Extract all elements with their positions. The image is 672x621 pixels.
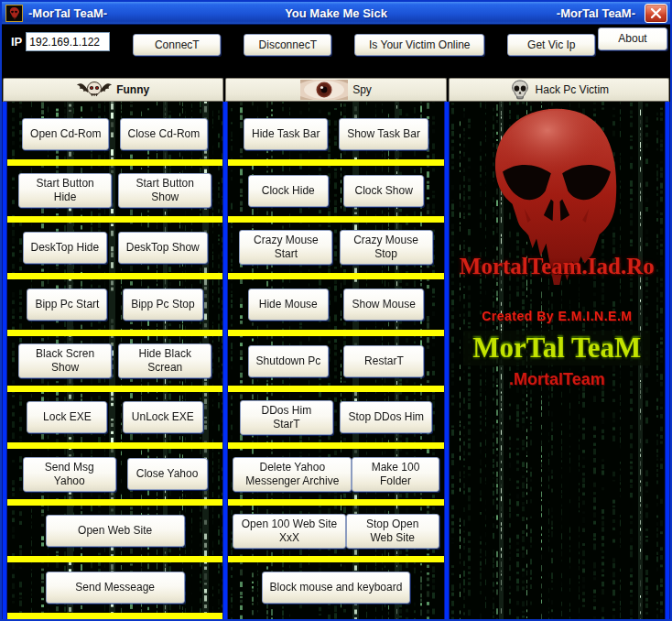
tab-hack-label: Hack Pc Victim (536, 83, 609, 96)
subtitle-text: .MortalTeam (509, 370, 605, 389)
get-vic-ip-button[interactable]: Get Vic Ip (507, 34, 595, 56)
site-text: MortalTeam.Iad.Ro (460, 254, 655, 279)
hide-task-bar-button[interactable]: Hide Task Bar (244, 118, 328, 150)
tab-spy-label: Spy (352, 83, 372, 96)
crazy-mouse-start-button[interactable]: Crazy Mouse Start (239, 230, 332, 265)
spy-row-9: Block mouse and keyboard (228, 562, 443, 613)
title-right: -MorTal TeaM- (557, 6, 635, 20)
funny-row-2: Start Button HideStart Button Show (7, 166, 222, 216)
desktop-show-button[interactable]: DeskTop Show (118, 232, 208, 264)
show-task-bar-button[interactable]: Show Task Bar (339, 118, 428, 150)
hide-mouse-button[interactable]: Hide Mouse (248, 289, 329, 321)
funny-row-5: Black Scren ShowHide Black Screan (7, 336, 222, 387)
ddos-him-start-button[interactable]: DDos Him StarT (240, 400, 333, 435)
app-skull-icon (5, 5, 23, 22)
hide-black-screan-button[interactable]: Hide Black Screan (118, 343, 211, 378)
restart-button[interactable]: RestarT (343, 345, 424, 377)
funny-row-3: DeskTop HideDeskTop Show (7, 223, 222, 273)
yellow-separator (228, 442, 443, 449)
funny-row-7: Send Msg YahooClose Yahoo (7, 449, 222, 499)
spy-row-7: Delete Yahoo Messenger ArchiveMake 100 F… (228, 449, 443, 499)
open-cd-rom-button[interactable]: Open Cd-Rom (22, 118, 109, 150)
spy-row-3: Crazy Mouse StartCrazy Mouse Stop (228, 223, 443, 273)
yellow-separator (228, 273, 443, 279)
yellow-separator (7, 613, 222, 619)
tab-spy[interactable]: Spy (225, 78, 446, 102)
winged-skull-icon (77, 80, 112, 100)
clock-hide-button[interactable]: Clock Hide (248, 175, 329, 207)
start-button-show-button[interactable]: Start Button Show (118, 173, 211, 208)
clock-show-button[interactable]: Clock Show (343, 175, 424, 207)
tab-funny-label: Funny (116, 83, 149, 96)
tab-hack[interactable]: Hack Pc Victim (449, 78, 669, 102)
bipp-pc-stop-button[interactable]: Bipp Pc Stop (123, 289, 203, 321)
yellow-separator (228, 216, 443, 223)
spy-row-4: Hide MouseShow Mouse (228, 279, 443, 330)
close-cd-rom-button[interactable]: Close Cd-Rom (120, 118, 209, 150)
yellow-separator (7, 216, 222, 223)
about-button[interactable]: About (598, 27, 667, 50)
yellow-separator (7, 273, 222, 279)
close-yahoo-button[interactable]: Close Yahoo (127, 458, 208, 490)
close-icon (650, 7, 662, 19)
block-mouse-and-keyboard-button[interactable]: Block mouse and keyboard (262, 572, 411, 604)
tab-funny[interactable]: Funny (3, 78, 223, 102)
funny-row-9: Send Messeage (7, 562, 222, 613)
panel-spy: Hide Task BarShow Task BarClock HideCloc… (228, 102, 443, 619)
lock-exe-button[interactable]: Lock EXE (27, 401, 107, 433)
show-mouse-button[interactable]: Show Mouse (343, 289, 424, 321)
shutdown-pc-button[interactable]: Shutdown Pc (248, 345, 330, 377)
yellow-separator (7, 499, 222, 506)
yellow-separator (228, 330, 443, 336)
crazy-mouse-stop-button[interactable]: Crazy Mouse Stop (340, 230, 433, 265)
toolbar: IP ConnecT DisconnecT Is Your Victim Onl… (2, 25, 670, 78)
yellow-separator (7, 386, 222, 392)
logo-text: MorTal TeaM (463, 331, 650, 365)
yellow-separator (228, 556, 443, 562)
stop-ddos-him-button[interactable]: Stop DDos Him (340, 401, 432, 433)
black-scren-show-button[interactable]: Black Scren Show (18, 343, 112, 378)
unlock-exe-button[interactable]: UnLock EXE (123, 401, 203, 433)
disconnect-button[interactable]: DisconnecT (244, 34, 331, 56)
open-100-web-site-xxx-button[interactable]: Open 100 Web Site XxX (233, 514, 345, 549)
yellow-separator (7, 442, 222, 449)
spy-row-2: Clock HideClock Show (228, 166, 443, 216)
send-messeage-button[interactable]: Send Messeage (46, 572, 185, 604)
tabstrip: Funny Spy (2, 78, 670, 102)
funny-row-6: Lock EXEUnLock EXE (7, 392, 222, 442)
yellow-separator (7, 159, 222, 166)
open-web-site-button[interactable]: Open Web Site (46, 515, 185, 547)
credit-text: Created By E.M.I.N.E.M (482, 309, 632, 323)
spacer (228, 613, 443, 619)
yellow-separator (7, 556, 222, 562)
is-victim-online-button[interactable]: Is Your Victim Online (354, 34, 484, 56)
spy-row-5: Shutdown PcRestarT (228, 336, 443, 387)
connect-button[interactable]: ConnecT (133, 34, 221, 56)
start-button-hide-button[interactable]: Start Button Hide (18, 173, 112, 208)
desktop-hide-button[interactable]: DeskTop Hide (23, 232, 108, 264)
yellow-separator (228, 159, 443, 166)
make-100-folder-button[interactable]: Make 100 Folder (352, 457, 439, 492)
funny-row-1: Open Cd-RomClose Cd-Rom (7, 109, 222, 159)
send-msg-yahoo-button[interactable]: Send Msg Yahoo (23, 457, 116, 492)
eye-icon (300, 80, 348, 100)
panel-branding: MortalTeam.Iad.Ro Created By E.M.I.N.E.M… (450, 102, 665, 619)
title-left: -MorTal TeaM- (28, 6, 107, 20)
stop-open-web-site-button[interactable]: Stop Open Web Site (346, 514, 439, 549)
spy-row-1: Hide Task BarShow Task Bar (228, 109, 443, 159)
ip-label: IP (11, 35, 22, 49)
bipp-pc-start-button[interactable]: Bipp Pc Start (27, 289, 107, 321)
delete-yahoo-messenger-archive-button[interactable]: Delete Yahoo Messenger Archive (233, 457, 352, 492)
ip-input[interactable] (26, 32, 110, 51)
spy-row-8: Open 100 Web Site XxXStop Open Web Site (228, 506, 443, 556)
close-button[interactable] (645, 4, 667, 23)
skull-icon (509, 80, 531, 100)
spy-row-6: DDos Him StarTStop DDos Him (228, 392, 443, 442)
yellow-separator (228, 386, 443, 392)
yellow-separator (228, 499, 443, 506)
yellow-separator (7, 330, 222, 336)
blue-rail (665, 102, 670, 619)
funny-row-8: Open Web Site (7, 506, 222, 556)
titlebar: -MorTal TeaM- You Make Me Sick -MorTal T… (2, 2, 670, 25)
content-area: Open Cd-RomClose Cd-RomStart Button Hide… (2, 102, 670, 619)
